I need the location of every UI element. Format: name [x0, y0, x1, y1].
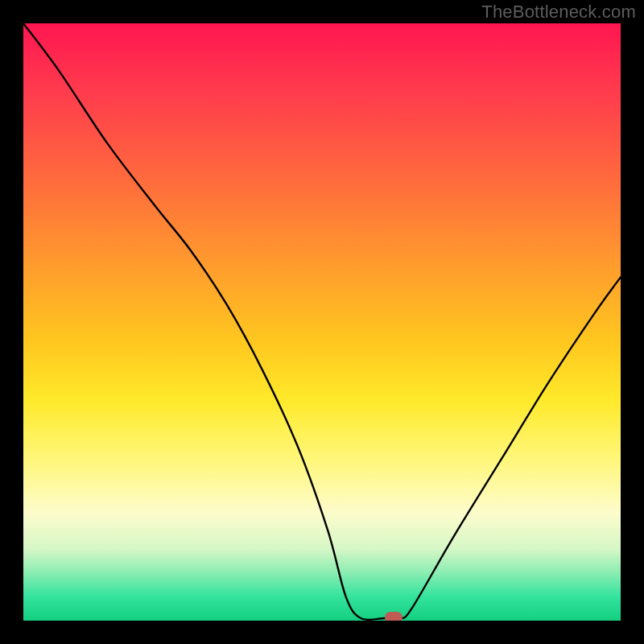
curve-svg: [23, 23, 621, 621]
bottleneck-curve: [23, 23, 621, 620]
optimal-marker: [385, 612, 402, 621]
chart-frame: TheBottleneck.com: [0, 0, 644, 644]
attribution-label: TheBottleneck.com: [481, 2, 636, 23]
plot-area: [23, 23, 621, 621]
